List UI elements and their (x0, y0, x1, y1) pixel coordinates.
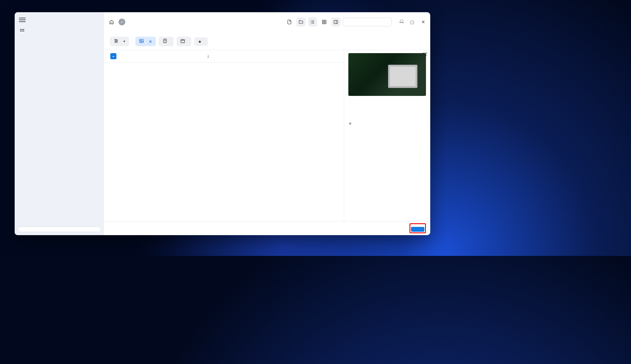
svg-rect-2 (23, 29, 24, 30)
svg-rect-11 (312, 23, 314, 23)
star-icon: ★ (348, 121, 352, 126)
svg-point-27 (140, 40, 141, 41)
col-recovery[interactable] (212, 55, 252, 57)
svg-point-8 (311, 22, 311, 22)
recover-button[interactable] (411, 227, 424, 232)
svg-point-25 (115, 42, 116, 43)
app-window: ✓ — ▢ ✕ (15, 12, 430, 235)
svg-rect-4 (22, 31, 23, 31)
svg-point-24 (116, 41, 117, 42)
filter-file-size[interactable] (159, 37, 174, 46)
home-icon[interactable] (108, 19, 115, 25)
folder-icon-button[interactable] (296, 17, 306, 27)
sliders-icon (114, 38, 119, 44)
picture-icon (139, 38, 144, 44)
window-close-button[interactable]: ✕ (420, 19, 426, 25)
status-check-icon: ✓ (119, 19, 125, 25)
preview-panel: ★ (344, 50, 430, 221)
sidebar (15, 12, 104, 235)
main-panel: ✓ — ▢ ✕ (104, 12, 430, 235)
svg-rect-9 (312, 22, 314, 22)
svg-rect-0 (20, 29, 21, 30)
master-checkbox[interactable]: – (110, 53, 116, 59)
search-input[interactable] (346, 20, 398, 24)
filter-recovery-chances[interactable]: ★ (194, 37, 208, 46)
svg-point-23 (115, 39, 116, 40)
svg-rect-5 (23, 31, 24, 31)
svg-point-6 (311, 20, 311, 21)
table-header: – ↓ (104, 50, 344, 63)
grid-view-icon-button[interactable] (320, 17, 329, 27)
svg-rect-7 (312, 20, 314, 21)
preview-image (348, 53, 426, 96)
calendar-icon (180, 38, 185, 44)
footer (104, 221, 430, 235)
preview-rec: ★ (348, 121, 426, 126)
file-table: – ↓ (104, 50, 344, 221)
filter-jpg-chip[interactable]: ✕ (135, 37, 156, 46)
filter-jpg-remove[interactable]: ✕ (149, 39, 152, 44)
hamburger-menu-icon[interactable] (19, 16, 26, 23)
chevron-down-icon: ▾ (123, 39, 125, 43)
svg-rect-31 (181, 39, 185, 43)
window-minimize-button[interactable]: — (398, 19, 404, 25)
svg-rect-3 (20, 31, 21, 31)
search-box[interactable] (343, 18, 392, 26)
svg-rect-12 (322, 20, 324, 22)
filter-date-modified[interactable] (177, 37, 191, 46)
sidebar-dashboard[interactable] (15, 26, 104, 36)
svg-rect-15 (325, 22, 326, 24)
col-name[interactable]: ↓ (120, 53, 212, 60)
list-view-icon-button[interactable] (308, 17, 317, 27)
filter-row: ▾ ✕ ★ (104, 35, 430, 50)
svg-rect-14 (322, 22, 324, 24)
recover-button-highlight (409, 223, 426, 233)
show-dropdown[interactable]: ▾ (110, 37, 129, 46)
star-icon: ★ (198, 39, 202, 44)
col-date[interactable] (252, 55, 289, 57)
col-size[interactable] (316, 55, 341, 57)
show-in-explorer-button[interactable] (18, 227, 101, 232)
sort-arrow-down-icon: ↓ (207, 54, 210, 59)
svg-rect-13 (325, 20, 326, 22)
sidebar-toggle-icon-button[interactable] (331, 17, 340, 27)
sidebar-scan-results-label (15, 36, 104, 42)
svg-rect-26 (140, 39, 143, 43)
file-icon-button[interactable] (285, 17, 294, 27)
toolbar: ✓ — ▢ ✕ (104, 12, 430, 29)
svg-rect-1 (22, 29, 23, 30)
grid-icon (19, 29, 26, 34)
col-type[interactable] (289, 55, 316, 57)
window-maximize-button[interactable]: ▢ (409, 19, 415, 25)
file-size-icon (163, 38, 167, 44)
svg-rect-16 (334, 20, 338, 24)
svg-point-10 (311, 23, 311, 24)
